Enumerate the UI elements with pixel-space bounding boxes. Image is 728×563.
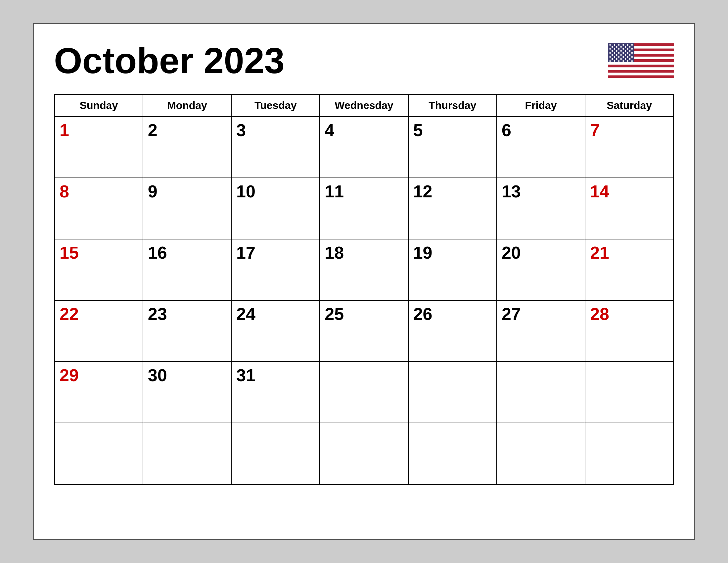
svg-point-23	[627, 48, 628, 50]
day-number: 3	[236, 120, 246, 140]
calendar-cell: 30	[143, 362, 231, 423]
day-number: 28	[590, 305, 609, 324]
svg-point-54	[618, 60, 620, 62]
svg-point-16	[620, 46, 622, 48]
svg-point-38	[620, 54, 622, 56]
calendar-cell: 7	[585, 117, 673, 178]
calendar-header: October 2023	[54, 37, 674, 84]
svg-point-52	[609, 60, 611, 62]
week-row-5: 293031	[55, 362, 674, 423]
svg-point-44	[622, 56, 624, 58]
calendar-cell: 28	[585, 301, 673, 362]
svg-point-14	[612, 46, 613, 48]
day-number: 17	[236, 243, 255, 262]
day-number: 11	[325, 182, 344, 201]
svg-point-35	[631, 52, 633, 54]
day-number: 22	[60, 305, 79, 324]
calendar-cell	[320, 423, 408, 484]
svg-rect-6	[608, 72, 674, 75]
calendar-cell: 23	[143, 301, 231, 362]
svg-rect-4	[608, 62, 674, 65]
day-number: 2	[148, 120, 158, 140]
day-number: 20	[502, 243, 521, 262]
calendar-cell: 8	[55, 178, 143, 239]
calendar-cell	[585, 423, 673, 484]
svg-point-13	[631, 44, 633, 46]
svg-point-31	[614, 52, 615, 54]
svg-point-48	[616, 58, 617, 60]
calendar-page: October 2023	[33, 23, 695, 540]
week-row-2: 891011121314	[55, 178, 674, 239]
day-number: 16	[148, 243, 167, 262]
day-number: 21	[590, 243, 609, 262]
day-number: 19	[413, 243, 432, 262]
day-number: 15	[60, 243, 79, 262]
calendar-cell: 26	[408, 301, 497, 362]
col-wednesday: Wednesday	[320, 94, 408, 117]
calendar-cell: 9	[143, 178, 231, 239]
calendar-cell	[497, 423, 585, 484]
col-friday: Friday	[497, 94, 585, 117]
calendar-cell: 27	[497, 301, 585, 362]
calendar-cell	[408, 423, 497, 484]
svg-point-45	[627, 56, 628, 58]
calendar-cell: 13	[497, 178, 585, 239]
day-number: 10	[236, 182, 255, 201]
day-number: 14	[590, 182, 609, 201]
calendar-cell: 19	[408, 239, 497, 301]
calendar-cell: 12	[408, 178, 497, 239]
calendar-cell	[55, 423, 143, 484]
calendar-cell: 20	[497, 239, 585, 301]
svg-point-57	[631, 60, 633, 62]
svg-point-17	[625, 46, 626, 48]
svg-point-10	[618, 44, 620, 46]
day-number: 12	[413, 182, 432, 201]
svg-point-22	[622, 48, 624, 50]
col-thursday: Thursday	[408, 94, 497, 117]
svg-point-55	[622, 60, 624, 62]
svg-point-51	[629, 58, 631, 60]
svg-point-15	[616, 46, 617, 48]
calendar-cell: 21	[585, 239, 673, 301]
calendar-cell: 3	[231, 117, 320, 178]
day-number: 25	[325, 305, 344, 324]
calendar-header-row: Sunday Monday Tuesday Wednesday Thursday…	[55, 94, 674, 117]
svg-point-50	[625, 58, 626, 60]
calendar-cell	[320, 362, 408, 423]
calendar-cell: 24	[231, 301, 320, 362]
svg-point-21	[618, 48, 620, 50]
svg-point-8	[609, 44, 611, 46]
us-flag	[608, 37, 674, 84]
svg-point-29	[629, 50, 631, 52]
calendar-cell	[585, 362, 673, 423]
day-number: 18	[325, 243, 344, 262]
day-number: 27	[502, 305, 521, 324]
calendar-cell	[408, 362, 497, 423]
svg-point-53	[614, 60, 615, 62]
svg-point-30	[609, 52, 611, 54]
calendar-cell: 15	[55, 239, 143, 301]
day-number: 24	[236, 305, 255, 324]
calendar-cell: 14	[585, 178, 673, 239]
svg-point-12	[627, 44, 628, 46]
day-number: 6	[502, 120, 511, 140]
svg-point-19	[609, 48, 611, 50]
calendar-cell: 29	[55, 362, 143, 423]
svg-point-47	[612, 58, 613, 60]
svg-point-25	[612, 50, 613, 52]
svg-point-41	[609, 56, 611, 58]
day-number: 30	[148, 366, 167, 385]
svg-point-42	[614, 56, 615, 58]
svg-point-39	[625, 54, 626, 56]
svg-point-34	[627, 52, 628, 54]
svg-point-56	[627, 60, 628, 62]
calendar-cell: 6	[497, 117, 585, 178]
col-saturday: Saturday	[585, 94, 673, 117]
calendar-cell: 1	[55, 117, 143, 178]
svg-point-24	[631, 48, 633, 50]
calendar-cell: 5	[408, 117, 497, 178]
month-title: October 2023	[54, 42, 285, 79]
day-number: 4	[325, 120, 334, 140]
col-tuesday: Tuesday	[231, 94, 320, 117]
svg-point-9	[614, 44, 615, 46]
